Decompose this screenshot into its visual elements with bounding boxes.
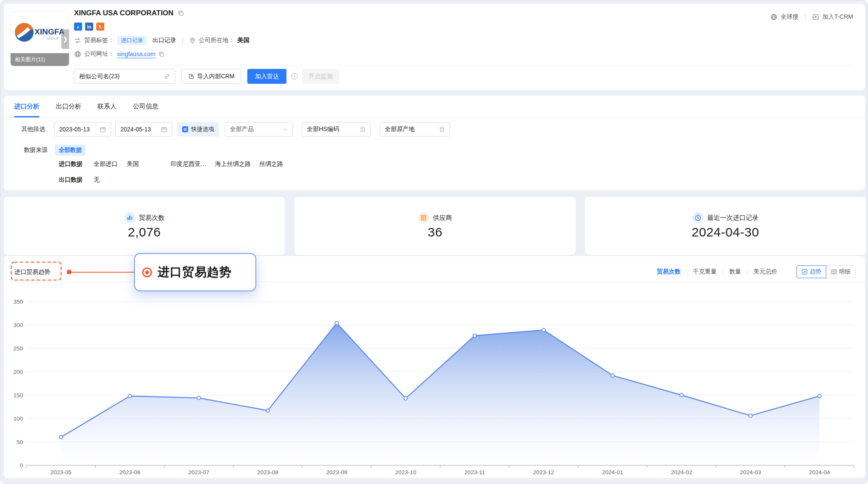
date-from-input[interactable]: 2023-05-13 [54, 122, 111, 137]
location-label: 公司所在地： [199, 37, 235, 44]
add-radar-button[interactable]: 加入雷达 [247, 69, 286, 84]
website-ie-icon[interactable]: e [74, 23, 82, 31]
origin-filter[interactable]: 全部原产地 [380, 122, 450, 137]
stat-label: 贸易次数 [139, 214, 165, 222]
header-divider [74, 65, 853, 65]
annotation-callout: 进口贸易趋势 [134, 253, 256, 291]
svg-text:XINGFA: XINGFA [34, 27, 65, 36]
join-tcrm-button[interactable]: 加入T-CRM [822, 13, 853, 21]
svg-text:2024-01: 2024-01 [602, 469, 623, 475]
svg-text:300: 300 [13, 322, 23, 328]
trend-area-chart[interactable]: 0501001502002503003502023-052023-062023-… [4, 256, 865, 478]
date-to-input[interactable]: 2024-05-13 [115, 122, 172, 137]
clock-icon [693, 212, 704, 223]
location-pin-icon [189, 37, 196, 44]
annotation-text: 进口贸易趋势 [158, 264, 232, 280]
svg-text:200: 200 [13, 369, 23, 375]
tag-import-records[interactable]: 进口记录 [117, 36, 147, 45]
copy-icon[interactable] [178, 10, 184, 17]
company-header-card: XINGFA GROUP ❯ 相关图片(11) XINGFA USA CORPO… [4, 4, 865, 90]
global-search-button[interactable]: 全球搜 [781, 13, 799, 21]
tab-company-info[interactable]: 公司信息 [133, 96, 158, 117]
stat-card-last-import: 最近一次进口记录 2024-04-30 [585, 197, 866, 255]
info-icon[interactable] [291, 73, 298, 80]
divider: | [805, 14, 806, 20]
website-label: 公司网址： [84, 50, 114, 58]
globe-icon [74, 51, 81, 58]
hs-code-filter[interactable]: 全部HS编码 [302, 122, 371, 137]
trade-tag-icon [74, 37, 81, 44]
tab-contacts[interactable]: 联系人 [97, 96, 117, 117]
company-logo: XINGFA GROUP [11, 11, 69, 53]
svg-text:GROUP: GROUP [46, 37, 59, 40]
import-source-item[interactable]: 全部进口 [94, 160, 117, 168]
related-images-badge[interactable]: 相关图片(11) [11, 53, 69, 66]
svg-text:2024-04: 2024-04 [809, 469, 830, 475]
next-image-arrow-icon[interactable]: ❯ [61, 29, 69, 49]
stat-card-trade-count: 贸易次数 2,076 [4, 197, 285, 255]
linkedin-icon[interactable]: in [85, 23, 93, 31]
calendar-icon [161, 126, 167, 133]
import-crm-button[interactable]: 导入内部CRM [181, 69, 241, 84]
tcrm-icon [812, 14, 819, 20]
tab-export-analysis[interactable]: 出口分析 [56, 96, 81, 117]
stat-value: 36 [295, 225, 576, 239]
tag-export-records[interactable]: 出口记录 [152, 37, 176, 44]
copy-website-icon[interactable] [158, 51, 165, 57]
start-monitor-button[interactable]: 开启监测 [302, 69, 339, 84]
svg-text:0: 0 [20, 462, 23, 469]
annotation-dashed-box [11, 262, 62, 281]
target-ring-icon [142, 268, 152, 277]
svg-text:2023-06: 2023-06 [119, 469, 140, 475]
supplier-icon [418, 212, 429, 223]
svg-text:2023-11: 2023-11 [464, 469, 485, 475]
svg-text:2024-03: 2024-03 [740, 469, 761, 475]
import-source-item[interactable]: 丝绸之路 [259, 160, 283, 168]
svg-text:2023-12: 2023-12 [533, 469, 554, 475]
svg-text:2024-02: 2024-02 [671, 469, 692, 475]
import-data-row: 进口数据 全部进口 美国 印度尼西亚… 海上丝绸之路 丝绸之路 [59, 160, 283, 168]
divider: | [182, 37, 183, 44]
phone-icon[interactable] [96, 23, 104, 31]
command-icon: ⌘ [182, 126, 189, 133]
calendar-icon [100, 126, 106, 133]
other-filters-label: 其他筛选 [21, 122, 45, 137]
annotation-line [71, 272, 145, 273]
import-source-item[interactable]: 印度尼西亚… [171, 160, 206, 168]
stat-value: 2,076 [4, 225, 285, 239]
website-link[interactable]: xingfausa.com [117, 51, 155, 57]
company-logo-card[interactable]: XINGFA GROUP ❯ 相关图片(11) [10, 11, 69, 66]
svg-text:150: 150 [13, 392, 23, 399]
export-source-value: 无 [94, 176, 100, 184]
company-name: XINGFA USA CORPORATION [74, 9, 174, 17]
quick-options-button[interactable]: ⌘ 快捷选项 [177, 122, 219, 137]
similar-companies-field[interactable]: 相似公司名(23) [74, 69, 175, 84]
chevron-down-icon [283, 127, 288, 132]
analysis-card: 进口分析 出口分析 联系人 公司信息 其他筛选 2023-05-13 2024-… [4, 96, 865, 190]
svg-text:50: 50 [17, 439, 23, 445]
import-source-item[interactable]: 美国 [127, 160, 139, 168]
document-icon [360, 126, 366, 132]
all-data-chip[interactable]: 全部数据 [55, 145, 86, 156]
location-value: 美国 [238, 37, 249, 44]
svg-text:2023-10: 2023-10 [395, 469, 416, 475]
tab-import-analysis[interactable]: 进口分析 [14, 96, 40, 117]
stat-card-suppliers: 供应商 36 [295, 197, 576, 255]
bar-chart-icon [124, 212, 135, 223]
export-data-row: 出口数据 无 [59, 176, 100, 184]
trade-tags-label: 贸易标签： [84, 37, 114, 44]
stat-label: 供应商 [433, 214, 452, 222]
product-filter-select[interactable]: 全部产品 [225, 122, 293, 137]
import-source-item[interactable]: 海上丝绸之路 [215, 160, 251, 168]
svg-text:2023-08: 2023-08 [257, 469, 278, 475]
stat-label: 最近一次进口记录 [708, 214, 759, 222]
import-icon [188, 73, 195, 80]
document-icon [439, 126, 445, 132]
svg-text:2023-05: 2023-05 [50, 469, 72, 475]
tab-bar: 进口分析 出口分析 联系人 公司信息 [14, 96, 158, 117]
tab-divider [4, 117, 865, 118]
svg-text:2023-07: 2023-07 [188, 469, 209, 475]
stat-value: 2024-04-30 [585, 225, 866, 239]
global-search-icon [771, 14, 777, 20]
link-icon [164, 73, 170, 80]
